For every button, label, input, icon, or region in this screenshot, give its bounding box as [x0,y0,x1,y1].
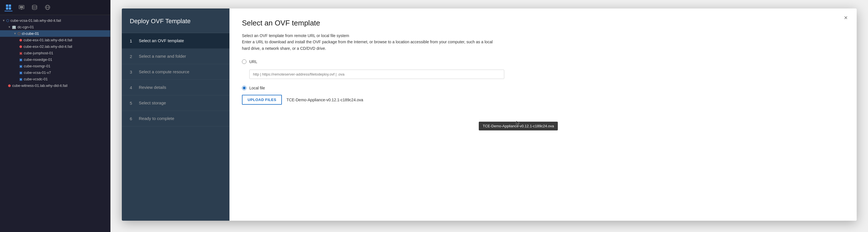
url-input[interactable] [249,70,504,79]
url-radio-group: URL [242,59,844,64]
storage-db-icon[interactable] [31,3,38,11]
expand-arrow: ▼ [2,19,5,22]
expand-arrow: ▼ [8,26,11,29]
host-icon: ⬢ [19,38,22,42]
tree-item-nsxedge[interactable]: ▣ cube-nsxedge-01 [0,56,110,63]
tree-item-esx-01[interactable]: ⬢ cube-esx-01.lab.why-did-it.fail [0,37,110,43]
deploy-modal: Deploy OVF Template 1 Select an OVF temp… [122,8,857,221]
sidebar-icon-bar [0,0,110,15]
steps-panel: Deploy OVF Template 1 Select an OVF temp… [122,8,229,221]
modal-title: Deploy OVF Template [122,8,229,33]
svg-rect-3 [9,7,11,10]
main-area: Deploy OVF Template 1 Select an OVF temp… [111,0,868,232]
host-icon: ⬢ [19,45,22,49]
svg-rect-0 [6,4,8,7]
svg-point-8 [32,5,37,7]
step-1[interactable]: 1 Select an OVF template [122,33,229,49]
network-icon[interactable] [43,3,52,11]
url-input-container [249,70,844,79]
upload-files-button[interactable]: UPLOAD FILES [242,95,282,105]
vcenter-icon: ⬡ [6,19,9,23]
close-button[interactable]: × [842,13,850,22]
vm-small-icon: ▣ [19,71,22,75]
cluster-icon: ⬡ [18,32,21,36]
expand-arrow: ▼ [13,32,17,35]
step-4[interactable]: 4 Review details [122,80,229,95]
url-radio-input[interactable] [242,59,246,64]
tree-view: ▼ ⬡ cube-vcsa-01.lab.why-did-it.fail ▼ 🏢… [0,15,110,232]
tree-item-dc-cgn-01[interactable]: ▼ 🏢 dc-cgn-01 [0,24,110,30]
tree-item-esx-02[interactable]: ⬢ cube-esx-02.lab.why-did-it.fail [0,43,110,50]
step-6[interactable]: 6 Ready to complete [122,111,229,127]
local-file-row: UPLOAD FILES TCE-Demo-Appliance-v0.12.1-… [242,95,844,105]
content-panel: × Select an OVF template Select an OVF t… [229,8,857,221]
tree-item-cl-cube-01[interactable]: ▼ ⬡ cl-cube-01 [0,30,110,37]
step-3[interactable]: 3 Select a compute resource [122,64,229,80]
vm-small-icon: ▣ [19,58,22,62]
tree-item-witness[interactable]: ⬢ cube-witness-01.lab.why-did-it.fail [0,82,110,89]
tree-item-cube-vcsa[interactable]: ▼ ⬡ cube-vcsa-01.lab.why-did-it.fail [0,17,110,24]
svg-rect-5 [20,6,23,8]
tree-item-jumphost[interactable]: ▣ cube-jumphost-01 [0,50,110,56]
local-file-radio-label[interactable]: Local file [242,86,844,90]
url-radio-label[interactable]: URL [242,59,844,64]
home-icon[interactable] [4,3,12,11]
vm-small-icon: ▣ [19,51,22,55]
panel-title: Select an OVF template [242,19,844,28]
vm-small-icon: ▣ [19,77,22,81]
step-5[interactable]: 5 Select storage [122,95,229,111]
step-2[interactable]: 2 Select a name and folder [122,49,229,64]
host-icon: ⬢ [8,84,11,88]
tree-item-nsxmgr[interactable]: ▣ cube-nsxmgr-01 [0,63,110,69]
tree-item-vcsa-v7[interactable]: ▣ cube-vcsa-01-v7 [0,69,110,76]
file-tooltip: TCE-Demo-Appliance-v0.12.1-c189c24.ova [479,122,558,130]
selected-file-name: TCE-Demo-Appliance-v0.12.1-c189c24.ova [286,98,363,102]
vm-small-icon: ▣ [19,64,22,68]
description-line1: Select an OVF template from remote URL o… [242,33,497,52]
tree-item-vcsdc[interactable]: ▣ cube-vcsdc-01 [0,76,110,82]
vm-icon[interactable] [18,3,26,11]
datacenter-icon: 🏢 [12,25,16,29]
sidebar: ▼ ⬡ cube-vcsa-01.lab.why-did-it.fail ▼ 🏢… [0,0,111,232]
svg-rect-1 [9,4,11,7]
local-file-section: Local file UPLOAD FILES TCE-Demo-Applian… [242,86,844,105]
local-file-radio-input[interactable] [242,86,246,90]
svg-rect-2 [6,7,8,10]
